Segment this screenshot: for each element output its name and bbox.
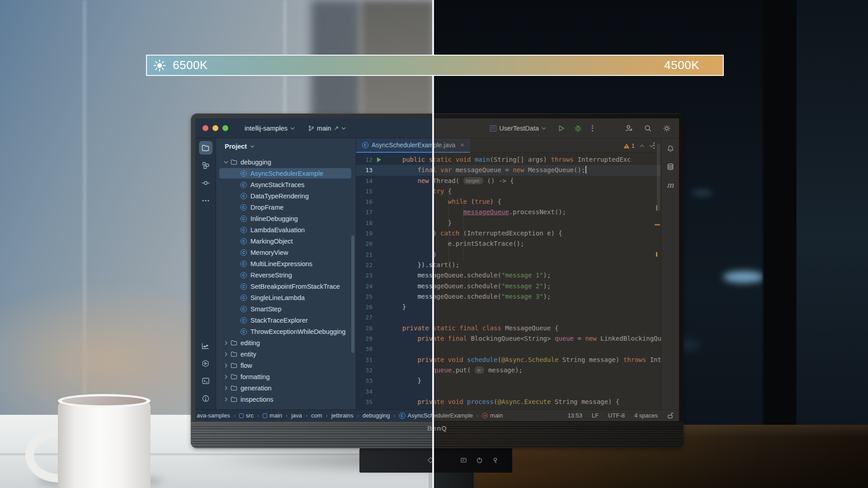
tree-item[interactable]: debugging	[216, 156, 356, 168]
code-line[interactable]: 20 e.printStackTrace();	[356, 239, 661, 249]
chevron-down-icon[interactable]	[649, 145, 654, 147]
editor-tab[interactable]: C AsyncSchedulerExample.java ×	[356, 138, 470, 153]
breadcrumb-item[interactable]: mmain	[482, 412, 503, 419]
chevron-right-icon[interactable]	[222, 387, 231, 389]
tree-item[interactable]: editing	[216, 337, 356, 348]
zoom-window-button[interactable]	[222, 125, 228, 131]
tree-item[interactable]: CReverseString	[216, 269, 356, 281]
breadcrumb-item[interactable]: src	[239, 412, 254, 419]
chevron-right-icon[interactable]	[222, 342, 231, 344]
breadcrumb-item[interactable]: CAsyncSchedulerExample	[399, 412, 473, 419]
tree-item[interactable]: CLambdaEvaluation	[216, 224, 356, 235]
breadcrumb-item[interactable]: debugging	[363, 412, 390, 419]
code-line[interactable]: 32 queue.put( e: message);	[356, 365, 661, 375]
minimize-window-button[interactable]	[212, 125, 218, 131]
tree-item[interactable]: generation	[216, 382, 356, 394]
tree-item[interactable]: inspections	[216, 394, 356, 405]
tree-item[interactable]: CDropFrame	[216, 202, 356, 213]
chevron-right-icon[interactable]	[222, 353, 231, 356]
tree-item[interactable]: CInlineDebugging	[216, 213, 356, 224]
tree-item[interactable]: CMarkingObject	[216, 235, 356, 247]
code-line[interactable]: 24 messageQueue.schedule("message 2");	[356, 281, 661, 291]
code-line[interactable]: 18 }	[356, 218, 661, 228]
indent-setting[interactable]: 4 spaces	[634, 412, 658, 419]
breadcrumb-item[interactable]: com	[311, 412, 322, 419]
code-line[interactable]: 34	[356, 386, 661, 397]
run-configuration-selector[interactable]: UserTestData	[490, 125, 546, 132]
tree-item[interactable]: CStackTraceExplorer	[216, 314, 356, 326]
breadcrumb-item[interactable]: main	[263, 412, 282, 419]
inspections-widget[interactable]: 1	[623, 142, 654, 149]
line-separator[interactable]: LF	[592, 412, 599, 419]
code-line[interactable]: 33 }	[356, 375, 661, 386]
structure-tool-icon[interactable]	[199, 159, 212, 172]
file-encoding[interactable]: UTF-8	[608, 412, 625, 419]
tree-item[interactable]: CSmartStep	[216, 303, 356, 314]
chevron-right-icon[interactable]	[222, 375, 231, 378]
tree-item[interactable]: CAsyncStackTraces	[216, 179, 356, 190]
code-line[interactable]: 35 private void process(@Async.Execute S…	[356, 397, 661, 407]
cursor-position[interactable]: 13:53	[567, 412, 582, 419]
code-line[interactable]: 16 while (true) {	[356, 197, 661, 207]
add-user-icon[interactable]	[625, 125, 633, 132]
code-line[interactable]: 22 }).start();	[356, 260, 661, 270]
more-actions-icon[interactable]	[592, 125, 593, 131]
code-line[interactable]: 13 final var messageQueue = new MessageQ…	[356, 165, 661, 175]
tree-item[interactable]: entity	[216, 348, 356, 360]
project-selector[interactable]: intellij-samples	[245, 125, 295, 132]
code-line[interactable]: 12 public static void main(String[] args…	[356, 155, 661, 165]
database-icon[interactable]	[664, 160, 677, 174]
tree-item[interactable]: CMemoryView	[216, 247, 356, 258]
code-lines[interactable]: 12 public static void main(String[] args…	[356, 153, 661, 409]
editor-scrollbar[interactable]	[657, 144, 660, 211]
code-line[interactable]: 19 } catch (InterruptedException e) {	[356, 228, 661, 239]
code-line[interactable]: 29 private final BlockingQueue<String> q…	[356, 333, 661, 344]
chevron-right-icon[interactable]	[222, 398, 231, 401]
tree-item[interactable]: CThrowExceptionWhileDebugging	[216, 326, 356, 337]
run-line-icon[interactable]	[377, 157, 382, 163]
breadcrumb-item[interactable]: ava-samples	[197, 412, 230, 419]
hub-input-icon[interactable]	[460, 457, 467, 464]
tree-item[interactable]: formatting	[216, 371, 356, 382]
chevron-up-icon[interactable]	[640, 145, 644, 147]
code-line[interactable]: 14 new Thread( target: () -> {	[356, 176, 661, 186]
hub-power-icon[interactable]	[476, 457, 483, 464]
tree-item[interactable]: CSetBreakpointFromStackTrace	[216, 281, 356, 292]
code-line[interactable]: 21 }	[356, 249, 661, 260]
code-line[interactable]: 28 private static final class MessageQue…	[356, 323, 661, 333]
tree-item[interactable]: CAsyncSchedulerExample	[216, 168, 356, 179]
code-line[interactable]: 27	[356, 312, 661, 323]
tree-item[interactable]: CSingleLineLambda	[216, 292, 356, 303]
breadcrumb-item[interactable]: jetbrains	[331, 412, 354, 419]
profiler-tool-icon[interactable]	[199, 339, 212, 352]
services-tool-icon[interactable]	[199, 357, 212, 370]
unlock-icon[interactable]	[667, 412, 674, 419]
tree-item[interactable]: CMultiLineExpressions	[216, 258, 356, 269]
close-window-button[interactable]	[203, 125, 208, 131]
project-scrollbar[interactable]	[351, 235, 354, 353]
settings-gear-icon[interactable]	[663, 124, 671, 132]
maven-icon[interactable]: m	[664, 178, 677, 192]
breadcrumb-item[interactable]: java	[291, 412, 302, 419]
run-button[interactable]	[558, 125, 565, 132]
tree-item[interactable]: CDataTypeRendering	[216, 190, 356, 202]
problems-tool-icon[interactable]	[199, 392, 212, 405]
code-line[interactable]: 23 messageQueue.schedule("message 1");	[356, 270, 661, 281]
code-line[interactable]: 15 try {	[356, 186, 661, 197]
code-line[interactable]: 30	[356, 344, 661, 354]
chevron-right-icon[interactable]	[222, 364, 231, 367]
notifications-bell-icon[interactable]	[664, 142, 677, 155]
project-panel-header[interactable]: Project	[216, 138, 356, 155]
code-line[interactable]: 17 messageQueue.processNext();	[356, 207, 661, 217]
commit-tool-icon[interactable]	[199, 176, 212, 190]
code-line[interactable]: 25 messageQueue.schedule("message 3");	[356, 291, 661, 302]
code-line[interactable]: 26 }	[356, 302, 661, 312]
hub-headphone-icon[interactable]	[492, 457, 499, 464]
more-tool-windows-icon[interactable]	[199, 194, 212, 207]
project-tool-icon[interactable]	[199, 141, 212, 155]
close-tab-icon[interactable]: ×	[460, 141, 464, 149]
chevron-down-icon[interactable]	[222, 161, 231, 164]
tree-item[interactable]: flow	[216, 360, 356, 371]
vcs-widget[interactable]: main ↗	[308, 125, 346, 132]
search-icon[interactable]	[644, 125, 651, 132]
